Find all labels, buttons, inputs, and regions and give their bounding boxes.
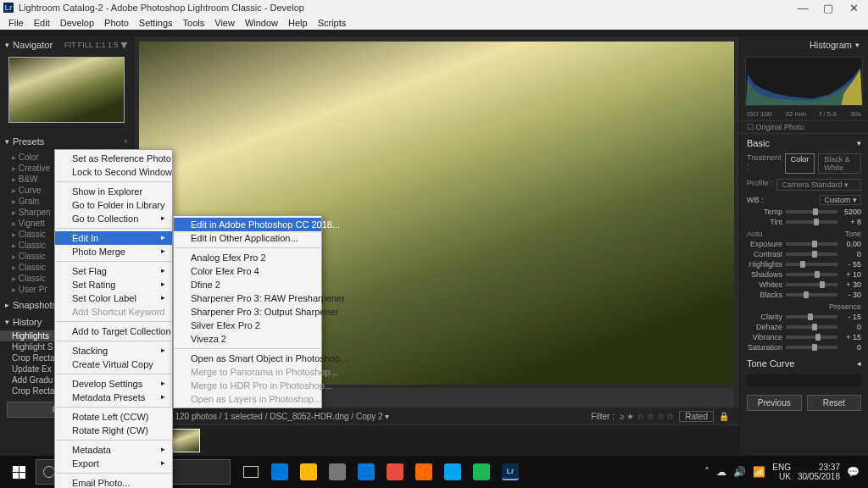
menu-develop[interactable]: Develop <box>55 18 99 28</box>
taskbar-app-icon[interactable]: Lr <box>497 459 524 485</box>
tray-chevron-icon[interactable]: ˄ <box>704 466 709 478</box>
temp-slider[interactable] <box>786 210 837 214</box>
histogram-header[interactable]: Histogram ▾ <box>740 36 868 53</box>
treatment-bw[interactable]: Black & White <box>818 153 861 174</box>
menu-item[interactable]: Open as Smart Object in Photoshop... <box>174 352 321 365</box>
context-menu[interactable]: Set as Reference PhotoLock to Second Win… <box>54 149 173 488</box>
menu-item[interactable]: Silver Efex Pro 2 <box>174 319 321 332</box>
menu-item[interactable]: Go to Collection <box>55 212 172 225</box>
taskbar-app-icon[interactable] <box>381 459 409 485</box>
filter-rated[interactable]: Rated <box>679 411 714 422</box>
minimize-button[interactable]: — <box>797 2 809 14</box>
whites-slider[interactable] <box>786 283 837 286</box>
taskbar-app-icon[interactable] <box>266 459 293 485</box>
menu-item[interactable]: Show in Explorer <box>55 185 172 198</box>
menu-item[interactable]: Rotate Right (CW) <box>55 424 172 437</box>
menu-item[interactable]: Set Rating <box>55 278 172 291</box>
tray-time[interactable]: 23:37 <box>819 463 840 472</box>
menu-item[interactable]: Sharpener Pro 3: RAW Presharpener <box>174 291 321 305</box>
highlights-slider[interactable] <box>786 263 837 266</box>
tray-lang[interactable]: ENG <box>772 463 791 472</box>
menu-edit[interactable]: Edit <box>29 18 55 28</box>
menu-file[interactable]: File <box>3 18 29 28</box>
menu-item[interactable]: Viveza 2 <box>174 332 321 346</box>
tone-curve-preview[interactable] <box>747 374 861 386</box>
menu-item[interactable]: Photo Merge <box>55 245 172 258</box>
contrast-slider[interactable] <box>786 252 837 256</box>
task-view-button[interactable] <box>237 459 264 485</box>
right-panel: Histogram ▾ ISO 10032 mmf / 5.830s ☐ Ori… <box>739 36 868 456</box>
menu-window[interactable]: Window <box>240 18 283 28</box>
taskbar-app-icon[interactable] <box>410 459 437 485</box>
status-count[interactable]: 2 of 120 photos / 1 selected / DSC_8052-… <box>159 412 389 421</box>
menu-item[interactable]: Metadata <box>55 443 172 457</box>
menu-item[interactable]: Analog Efex Pro 2 <box>174 251 321 264</box>
menu-view[interactable]: View <box>209 18 240 28</box>
wb-dropdown[interactable]: Custom ▾ <box>820 195 861 205</box>
taskbar-app-icon[interactable] <box>295 459 322 485</box>
taskbar-app-icon[interactable] <box>353 459 380 485</box>
filter-lock-icon[interactable]: 🔒 <box>719 412 729 421</box>
start-button[interactable] <box>3 458 34 485</box>
treatment-color[interactable]: Color <box>785 153 815 174</box>
menu-item[interactable]: Dfine 2 <box>174 278 321 291</box>
menu-item[interactable]: Create Virtual Copy <box>55 358 172 371</box>
dehaze-slider[interactable] <box>786 325 837 329</box>
shadows-slider[interactable] <box>786 273 837 276</box>
clarity-slider[interactable] <box>786 315 837 319</box>
saturation-slider[interactable] <box>786 346 837 349</box>
shadows-row: Shadows + 10 <box>740 269 868 280</box>
tone-curve-header[interactable]: Tone Curve ◂ <box>740 356 868 371</box>
menu-item[interactable]: Set Flag <box>55 264 172 278</box>
tray-cloud-icon[interactable]: ☁ <box>716 466 726 478</box>
navigator-zoom-options[interactable]: FIT FILL 1:1 1:5 ⯆ <box>64 41 128 49</box>
auto-tone[interactable]: Auto <box>747 230 763 238</box>
menu-item[interactable]: Lock to Second Window <box>55 165 172 179</box>
filmstrip-thumb[interactable] <box>171 429 200 452</box>
histogram[interactable] <box>745 57 863 106</box>
menu-item[interactable]: Stacking <box>55 344 172 358</box>
menu-item[interactable]: Develop Settings <box>55 377 172 391</box>
menu-item[interactable]: Edit In <box>55 231 172 245</box>
navigator-header[interactable]: ▾ Navigator FIT FILL 1:1 1:5 ⯆ <box>0 36 133 53</box>
menu-item[interactable]: Add to Target Collection <box>55 324 172 338</box>
previous-button[interactable]: Previous <box>747 395 802 411</box>
menu-photo[interactable]: Photo <box>99 18 134 28</box>
close-button[interactable]: ✕ <box>848 2 860 14</box>
menu-item[interactable]: Set Color Label <box>55 291 172 305</box>
taskbar-app-icon[interactable] <box>468 459 495 485</box>
taskbar-app-icon[interactable] <box>324 459 351 485</box>
menu-help[interactable]: Help <box>283 18 313 28</box>
reset-button[interactable]: Reset <box>807 395 862 411</box>
tray-wifi-icon[interactable]: 📶 <box>753 466 765 478</box>
maximize-button[interactable]: ▢ <box>822 2 834 14</box>
tint-slider[interactable] <box>786 220 837 224</box>
context-submenu[interactable]: Edit in Adobe Photoshop CC 2018...Edit i… <box>173 215 322 408</box>
menu-item[interactable]: Export <box>55 457 172 470</box>
navigator-preview[interactable] <box>8 57 125 123</box>
menu-item[interactable]: Go to Folder in Library <box>55 198 172 212</box>
basic-header[interactable]: Basic ▾ <box>740 136 868 151</box>
menu-item[interactable]: Sharpener Pro 3: Output Sharpener <box>174 305 321 319</box>
menu-item[interactable]: Edit in Adobe Photoshop CC 2018... <box>174 218 321 231</box>
tray-notifications[interactable]: 💬 <box>847 466 860 478</box>
menu-item[interactable]: Email Photo... <box>55 476 172 488</box>
menu-item[interactable]: Set as Reference Photo <box>55 152 172 165</box>
presets-header[interactable]: ▾ Presets + <box>0 133 133 150</box>
profile-dropdown[interactable]: Camera Standard ▾ <box>776 179 861 191</box>
vibrance-slider[interactable] <box>786 336 837 339</box>
blacks-slider[interactable] <box>786 293 837 297</box>
exposure-slider[interactable] <box>786 242 837 246</box>
tray-lang2: UK <box>779 472 791 481</box>
menu-scripts[interactable]: Scripts <box>313 18 352 28</box>
tray-volume-icon[interactable]: 🔊 <box>733 466 746 478</box>
menu-tools[interactable]: Tools <box>178 18 210 28</box>
filter-stars[interactable]: ≥ ★ ☆ ☆ ☆ ☆ <box>620 412 674 421</box>
menu-settings[interactable]: Settings <box>134 18 178 28</box>
menu-item[interactable]: Color Efex Pro 4 <box>174 264 321 278</box>
menu-item[interactable]: Edit in Other Application... <box>174 231 321 245</box>
original-photo-row[interactable]: ☐ Original Photo <box>740 120 868 134</box>
menu-item[interactable]: Metadata Presets <box>55 391 172 404</box>
taskbar-app-icon[interactable] <box>439 459 466 485</box>
menu-item[interactable]: Rotate Left (CCW) <box>55 410 172 424</box>
